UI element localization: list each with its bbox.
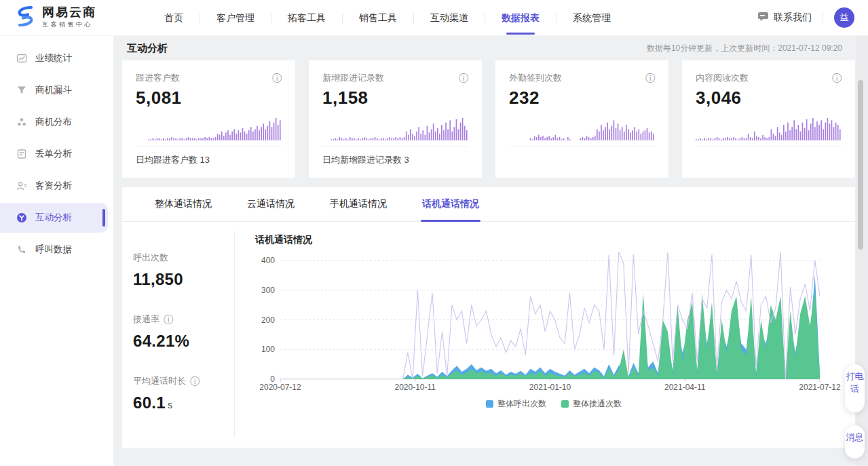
top-bar: 网易云商 互客销售中心 首页 客户管理 拓客工具 销售工具 互动渠道 数据报表 … (0, 0, 868, 36)
deskphone-call-trend-chart: 01002003004002020-07-122020-10-112021-01… (255, 248, 852, 394)
stat-outbound-calls: 呼出次数 11,850 (133, 252, 234, 289)
kpi-card-field-checkins: 外勤签到次数 ⓘ 232 (495, 60, 668, 178)
data-update-note: 数据每10分钟更新，上次更新时间：2021-07-12 09:20 (647, 43, 842, 54)
contact-us-label: 联系我们 (774, 12, 812, 24)
kpi-card-followed-customers: 跟进客户数 ⓘ 5,081 日均跟进客户数 13 (122, 60, 295, 178)
info-icon[interactable]: ⓘ (190, 376, 200, 386)
sidebar-item-label: 商机漏斗 (35, 84, 72, 96)
logo-icon (14, 5, 37, 31)
tab-overall-calls[interactable]: 整体通话情况 (137, 187, 229, 221)
scrollbar-thumb[interactable] (858, 80, 863, 250)
tab-cloud-calls[interactable]: 云通话情况 (229, 187, 312, 221)
chat-bubble-icon (757, 12, 769, 24)
kpi-sparkline (696, 117, 842, 140)
kpi-card-new-followup-records: 新增跟进记录数 ⓘ 1,158 日均新增跟进记录数 3 (309, 60, 482, 178)
legend-label: 整体接通次数 (573, 398, 622, 410)
nav-item-home[interactable]: 首页 (148, 0, 200, 36)
user-avatar[interactable]: 益 (834, 7, 854, 28)
nav-item-sales-tools[interactable]: 销售工具 (343, 0, 413, 36)
interaction-icon (16, 212, 27, 223)
nav-item-customer-management[interactable]: 客户管理 (200, 0, 271, 36)
nav-item-system-management[interactable]: 系统管理 (556, 0, 627, 36)
main-content: 互动分析 数据每10分钟更新，上次更新时间：2021-07-12 09:20 跟… (113, 36, 868, 466)
kpi-footer (696, 147, 842, 172)
kpi-card-content-reads: 内容阅读次数 ⓘ 3,046 (682, 60, 855, 178)
kpi-footer: 日均新增跟进记录数 3 (322, 147, 468, 172)
call-analysis-panel: 整体通话情况 云通话情况 手机通话情况 话机通话情况 呼出次数 11,850 接… (122, 187, 855, 448)
legend-item[interactable]: 整体呼出次数 (486, 398, 546, 410)
sidebar-item-opportunity-distribution[interactable]: 商机分布 (0, 107, 108, 137)
info-icon[interactable]: ⓘ (459, 73, 468, 83)
messages-floating-button[interactable]: 消息 (845, 425, 865, 459)
contact-us-button[interactable]: 联系我们 (757, 12, 812, 24)
tab-deskphone-calls[interactable]: 话机通话情况 (404, 187, 497, 221)
stat-value: 60.1s (133, 393, 234, 412)
sidebar-item-lost-order-analysis[interactable]: 丢单分析 (0, 139, 108, 169)
sidebar-item-call-data[interactable]: 呼叫数据 (0, 235, 108, 265)
sidebar-item-label: 商机分布 (35, 116, 72, 128)
stat-label: 平均通话时长 (133, 375, 186, 387)
chart-column: 话机通话情况 01002003004002020-07-122020-10-11… (235, 222, 855, 447)
sidebar-item-customer-profile-analysis[interactable]: 客资分析 (0, 171, 108, 201)
stat-avg-call-duration: 平均通话时长ⓘ 60.1s (133, 375, 234, 412)
sidebar-item-opportunity-funnel[interactable]: 商机漏斗 (0, 75, 108, 105)
call-stats-column: 呼出次数 11,850 接通率ⓘ 64.21% 平均通话时长ⓘ 60.1s (122, 231, 235, 438)
kpi-sparkline (136, 117, 282, 140)
main-nav: 首页 客户管理 拓客工具 销售工具 互动渠道 数据报表 系统管理 (148, 0, 627, 36)
sidebar-item-performance-stats[interactable]: 业绩统计 (0, 43, 108, 73)
svg-text:400: 400 (261, 256, 275, 265)
stat-unit: s (168, 400, 172, 410)
tab-mobile-calls[interactable]: 手机通话情况 (312, 187, 404, 221)
info-icon[interactable]: ⓘ (272, 73, 282, 83)
kpi-value: 232 (509, 88, 655, 109)
phone-icon (16, 244, 27, 255)
svg-text:100: 100 (261, 345, 275, 354)
svg-text:200: 200 (261, 315, 275, 325)
svg-text:2020-10-11: 2020-10-11 (395, 383, 436, 392)
legend-swatch (486, 400, 493, 408)
nav-item-data-reports[interactable]: 数据报表 (485, 0, 556, 36)
chart-legend: 整体呼出次数整体接通次数 (255, 398, 852, 410)
info-icon[interactable]: ⓘ (645, 73, 655, 83)
sidebar-item-interaction-analysis[interactable]: 互动分析 (0, 203, 108, 233)
sidebar-item-label: 丢单分析 (35, 148, 72, 160)
app-root: 网易云商 互客销售中心 首页 客户管理 拓客工具 销售工具 互动渠道 数据报表 … (0, 0, 868, 466)
distribution-icon (16, 117, 27, 128)
legend-label: 整体呼出次数 (497, 398, 546, 410)
info-icon[interactable]: ⓘ (832, 73, 842, 83)
nav-item-interaction-channels[interactable]: 互动渠道 (414, 0, 485, 36)
kpi-value: 3,046 (696, 88, 842, 109)
kpi-sparkline (322, 117, 468, 140)
brand-name: 网易云商 (42, 6, 96, 19)
customer-profile-icon (16, 180, 27, 191)
performance-chart-icon (16, 53, 27, 64)
svg-text:2021-01-10: 2021-01-10 (529, 383, 571, 392)
kpi-value: 5,081 (136, 88, 282, 109)
legend-swatch (561, 400, 569, 408)
panel-body: 呼出次数 11,850 接通率ⓘ 64.21% 平均通话时长ⓘ 60.1s 话机… (122, 222, 855, 447)
kpi-cards-row: 跟进客户数 ⓘ 5,081 日均跟进客户数 13 新增跟进记录数 ⓘ 1,158… (122, 60, 868, 178)
kpi-label: 内容阅读次数 (696, 72, 749, 84)
svg-text:2021-07-12: 2021-07-12 (799, 383, 841, 392)
brand-subtitle: 互客销售中心 (42, 20, 96, 29)
sidebar-item-label: 互动分析 (35, 212, 72, 224)
stat-connect-rate: 接通率ⓘ 64.21% (133, 313, 234, 351)
stat-label: 接通率 (133, 313, 159, 326)
stat-value: 11,850 (133, 270, 234, 289)
page-header: 互动分析 数据每10分钟更新，上次更新时间：2021-07-12 09:20 (113, 36, 855, 60)
chart-title: 话机通话情况 (255, 234, 855, 248)
call-tabs: 整体通话情况 云通话情况 手机通话情况 话机通话情况 (122, 187, 855, 222)
sidebar: 业绩统计 商机漏斗 商机分布 丢单分析 客资分析 (0, 36, 113, 466)
info-icon[interactable]: ⓘ (164, 315, 173, 324)
svg-text:2020-07-12: 2020-07-12 (259, 383, 301, 392)
topbar-divider (823, 12, 823, 23)
stat-value: 64.21% (133, 332, 234, 351)
legend-item[interactable]: 整体接通次数 (561, 398, 622, 410)
kpi-sparkline (509, 117, 655, 140)
kpi-footer: 日均跟进客户数 13 (136, 147, 282, 172)
make-call-floating-button[interactable]: 打电话 (845, 364, 865, 412)
sidebar-item-label: 呼叫数据 (35, 244, 72, 256)
nav-item-prospecting-tools[interactable]: 拓客工具 (271, 0, 342, 36)
kpi-footer (509, 147, 655, 172)
brand-logo[interactable]: 网易云商 互客销售中心 (14, 5, 143, 31)
